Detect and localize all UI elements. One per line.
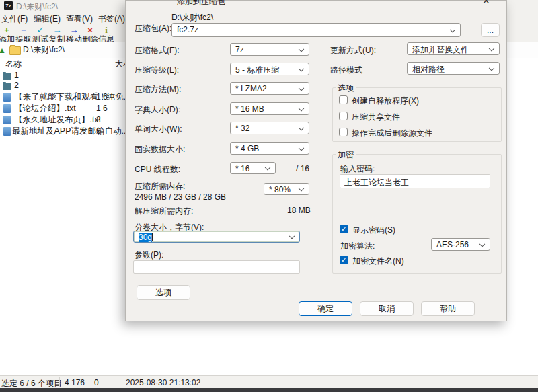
file-row[interactable]: 【论坛介绍】.txt 1 6	[0, 103, 124, 114]
7zip-logo-icon: 7z	[4, 1, 13, 10]
sfx-label[interactable]: 创建自释放程序(X)	[352, 95, 419, 107]
status-bar: 选定 6 / 6 个项目 4 176 0 2025-08-30 21:13:02	[0, 375, 538, 389]
archive-label: 压缩包(A):	[134, 23, 171, 34]
cpu-threads-max: / 16	[296, 164, 309, 173]
memory-decompress-label: 解压缩所需内存:	[134, 206, 193, 217]
file-row[interactable]: 【永久地址发布页】.txt 2	[0, 114, 124, 125]
file-row[interactable]: 2	[0, 81, 124, 91]
delete-after-label[interactable]: 操作完成后删除源文件	[352, 128, 432, 139]
options-button-label: 选项	[155, 287, 171, 299]
dictionary-combobox[interactable]: * 16 MB	[230, 102, 309, 115]
address-path[interactable]: D:\来财\fc2\	[23, 44, 65, 56]
archive-name-value: fc2.7z	[177, 25, 198, 34]
parameters-label: 参数(P):	[134, 249, 163, 261]
solid-size-value: * 4 GB	[235, 144, 259, 153]
file-name[interactable]: 【论坛介绍】.txt	[14, 103, 76, 114]
file-size: 1 6	[96, 104, 120, 113]
encrypt-names-label[interactable]: 加密文件名(N)	[352, 256, 404, 267]
password-value: 上老王论坛当老王	[344, 177, 409, 188]
close-icon[interactable]: ✕	[482, 0, 490, 6]
password-label: 输入密码:	[340, 163, 375, 175]
format-value: 7z	[235, 45, 244, 54]
help-button[interactable]: 帮助	[421, 301, 475, 316]
update-mode-value: 添加并替换文件	[412, 44, 469, 56]
update-mode-combobox[interactable]: 添加并替换文件	[407, 42, 500, 55]
menu-bookmarks[interactable]: 书签(A)	[98, 13, 125, 25]
browse-button[interactable]: ...	[481, 23, 500, 37]
text-caret	[152, 233, 153, 241]
menu-view[interactable]: 查看(V)	[66, 13, 93, 25]
level-value: 5 - 标准压缩	[235, 65, 279, 76]
method-value: * LZMA2	[235, 84, 267, 93]
solid-size-label: 固实数据大小:	[134, 144, 185, 155]
shared-files-label[interactable]: 压缩共享文件	[352, 112, 400, 123]
split-size-combobox[interactable]: 30g	[133, 231, 300, 243]
dictionary-value: * 16 MB	[235, 104, 264, 114]
add-to-archive-dialog: 添加到压缩包 ✕ 压缩包(A): D:\来财\fc2\ fc2.7z ... 压…	[125, 0, 507, 321]
sfx-checkbox[interactable]	[339, 95, 348, 104]
memory-percent-value: * 80%	[269, 185, 291, 194]
file-row[interactable]: 【来了就能下载和观看！纯免... 1 6	[0, 91, 124, 102]
encryption-group-title: 加密	[336, 149, 356, 161]
file-name[interactable]: 1	[14, 71, 19, 80]
memory-percent-combobox[interactable]: * 80%	[264, 183, 309, 195]
file-name[interactable]: 【永久地址发布页】.txt	[14, 114, 101, 126]
file-size: 1 6	[96, 92, 120, 102]
file-row[interactable]: 最新地址及APP请发邮箱自动... 6	[0, 126, 124, 136]
column-name[interactable]: 名称	[5, 58, 22, 70]
archive-name-combobox[interactable]: fc2.7z	[171, 23, 461, 37]
cpu-threads-combobox[interactable]: * 16	[230, 162, 276, 174]
memory-compress-label: 压缩所需内存:	[134, 181, 185, 192]
screen: 7z D:\来财\fc2\ 文件(F) 编辑(E) 查看(V) 书签(A) + …	[0, 0, 538, 392]
address-folder-icon	[9, 46, 21, 55]
options-button[interactable]: 选项	[137, 285, 190, 300]
main-window-title: D:\来财\fc2\	[16, 1, 58, 13]
parameters-input[interactable]	[133, 260, 300, 274]
level-combobox[interactable]: 5 - 标准压缩	[230, 63, 309, 75]
status-separator	[89, 377, 89, 387]
word-size-combobox[interactable]: * 32	[230, 122, 309, 134]
menu-edit[interactable]: 编辑(E)	[34, 13, 61, 25]
browse-label: ...	[487, 26, 494, 35]
encryption-method-label: 加密算法:	[340, 241, 375, 252]
method-label: 压缩方法(M):	[134, 84, 181, 95]
memory-decompress-value: 18 MB	[287, 206, 311, 215]
cancel-button-label: 取消	[379, 303, 395, 315]
encrypt-names-checkbox[interactable]: ✓	[340, 256, 348, 264]
status-size: 4 176	[65, 378, 85, 387]
shared-files-checkbox[interactable]	[339, 112, 348, 120]
word-size-label: 单词大小(W):	[134, 124, 182, 135]
status-separator	[120, 377, 120, 387]
options-group-title: 选项	[336, 83, 356, 94]
menu-file[interactable]: 文件(F)	[1, 13, 28, 25]
file-icon	[3, 93, 11, 102]
file-name[interactable]: 2	[14, 81, 19, 90]
dictionary-label: 字典大小(D):	[134, 104, 180, 116]
up-arrow-icon[interactable]: ▲	[0, 46, 6, 55]
level-label: 压缩等级(L):	[134, 65, 179, 76]
file-icon	[3, 127, 11, 136]
path-mode-combobox[interactable]: 相对路径	[407, 62, 500, 75]
file-row[interactable]: 1	[0, 71, 124, 81]
method-combobox[interactable]: * LZMA2	[230, 82, 309, 95]
solid-size-combobox[interactable]: * 4 GB	[230, 142, 309, 155]
status-packed: 0	[94, 378, 99, 387]
encryption-method-combobox[interactable]: AES-256	[431, 238, 490, 251]
dialog-title: 添加到压缩包	[177, 0, 225, 7]
show-password-checkbox[interactable]: ✓	[340, 225, 348, 233]
password-input[interactable]: 上老王论坛当老王	[340, 174, 490, 188]
format-label: 压缩格式(F):	[134, 45, 180, 56]
file-icon	[3, 116, 11, 124]
file-size: 6	[96, 126, 120, 136]
ok-button[interactable]: 确定	[299, 301, 352, 316]
archive-dir: D:\来财\fc2\	[171, 12, 213, 24]
split-size-value: 30g	[139, 233, 152, 242]
format-combobox[interactable]: 7z	[230, 43, 309, 56]
status-modified: 2025-08-30 21:13:02	[126, 378, 200, 387]
file-size: 2	[96, 115, 120, 124]
cancel-button[interactable]: 取消	[360, 301, 414, 316]
word-size-value: * 32	[235, 124, 249, 133]
show-password-label[interactable]: 显示密码(S)	[352, 225, 395, 236]
status-separator	[59, 377, 60, 387]
delete-after-checkbox[interactable]	[339, 128, 348, 136]
